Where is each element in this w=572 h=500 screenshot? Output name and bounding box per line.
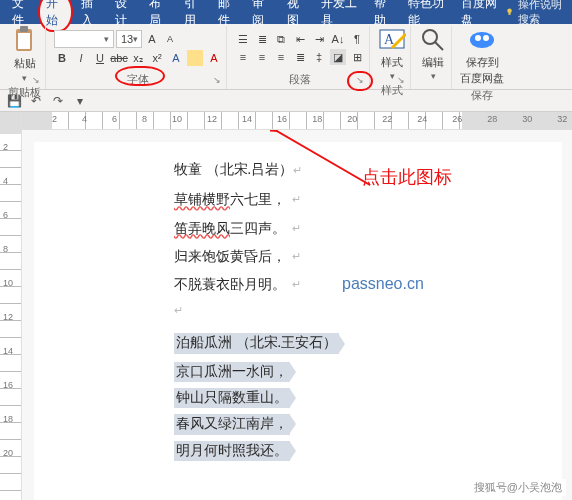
group-editing: 编辑 ▾ . (415, 26, 452, 89)
highlight-button[interactable]: ゝ (187, 50, 203, 66)
font-launcher[interactable]: ↘ (210, 73, 224, 87)
group-clipboard: 粘贴 ▾ 剪贴板 ↘ (4, 26, 46, 89)
align-left-button[interactable]: ≡ (235, 49, 251, 65)
launcher-icon: ↘ (213, 75, 221, 85)
group-styles: A 样式 ▾ 样式 ↘ (374, 26, 411, 89)
align-center-button[interactable]: ≡ (254, 49, 270, 65)
credit-label: 搜狐号@小吴泡泡 (470, 479, 566, 496)
poem1-line1: 草铺横野六七里，↵ (174, 190, 534, 210)
styles-label: 样式 (381, 55, 403, 70)
svg-rect-1 (509, 13, 511, 15)
strike-button[interactable]: abc (111, 50, 127, 66)
indent-dec-button[interactable]: ⇤ (292, 31, 308, 47)
group-label-save: 保存 (471, 86, 493, 103)
subscript-button[interactable]: x₂ (130, 50, 146, 66)
chevron-down-icon: ▾ (22, 73, 27, 83)
svg-point-0 (508, 9, 513, 14)
poem2-title: 泊船瓜洲 （北宋.王安石） (174, 333, 534, 353)
indent-inc-button[interactable]: ⇥ (311, 31, 327, 47)
text-effects-button[interactable]: A (168, 50, 184, 66)
page: 牧童 （北宋.吕岩）↵ 草铺横野六七里，↵ 笛弄晚风三四声。↵ 归来饱饭黄昏后，… (34, 142, 562, 500)
sort-button[interactable]: A↓ (330, 31, 346, 47)
clipboard-launcher[interactable]: ↘ (29, 73, 43, 87)
svg-point-9 (470, 32, 494, 48)
poem2-line3: 春风又绿江南岸， (174, 414, 534, 434)
font-name-combo[interactable]: ▾ (54, 30, 114, 48)
tell-me-search[interactable]: 操作说明搜索 (505, 0, 568, 27)
menu-bar: 文件 开始 插入 设计 布局 引用 邮件 审阅 视图 开发工具 帮助 特色功能 … (0, 0, 572, 24)
tell-me-label: 操作说明搜索 (518, 0, 568, 27)
bulb-icon (505, 6, 514, 18)
poem2-line2: 钟山只隔数重山。 (174, 388, 534, 408)
svg-rect-3 (20, 26, 28, 32)
save-to-baidu-button[interactable]: 保存到 百度网盘 (460, 26, 504, 86)
editing-button[interactable]: 编辑 ▾ (419, 26, 447, 81)
cloud-disk-icon (468, 26, 496, 54)
poem1-title: 牧童 （北宋.吕岩）↵ (174, 160, 534, 180)
justify-button[interactable]: ≣ (292, 49, 308, 65)
poem1-line4: 不脱蓑衣卧月明。↵ (174, 275, 534, 295)
paste-label: 粘贴 (14, 56, 36, 71)
borders-button[interactable]: ⊞ (349, 49, 365, 65)
poem2-line4: 明月何时照我还。 (174, 441, 534, 461)
font-size-combo[interactable]: 13▾ (116, 30, 142, 48)
launcher-icon: ↘ (32, 75, 40, 85)
svg-point-7 (423, 30, 437, 44)
workspace: 2468101214161820 24681012141618202224262… (0, 112, 572, 500)
svg-line-8 (435, 42, 443, 50)
vertical-ruler: 2468101214161820 (0, 112, 22, 500)
bullets-button[interactable]: ☰ (235, 31, 251, 47)
bold-button[interactable]: B (54, 50, 70, 66)
underline-button[interactable]: U (92, 50, 108, 66)
group-label-font: 字体 (127, 70, 149, 87)
grow-font-button[interactable]: A (144, 31, 160, 47)
svg-rect-4 (18, 33, 30, 49)
document-area[interactable]: 牧童 （北宋.吕岩）↵ 草铺横野六七里，↵ 笛弄晚风三四声。↵ 归来饱饭黄昏后，… (22, 130, 572, 500)
save-to-label: 保存到 (466, 55, 499, 70)
multilevel-button[interactable]: ⧉ (273, 31, 289, 47)
group-paragraph: ☰ ≣ ⧉ ⇤ ⇥ A↓ ¶ ≡ ≡ ≡ ≣ ‡ ◪ ⊞ (231, 26, 370, 89)
paragraph-launcher[interactable]: ↘ (353, 73, 367, 87)
chevron-down-icon: ▾ (431, 71, 436, 81)
shrink-font-button[interactable]: A (162, 31, 178, 47)
ribbon: 粘贴 ▾ 剪贴板 ↘ ▾ 13▾ A A B I U abc x₂ (0, 24, 572, 90)
group-label-paragraph: 段落 (289, 70, 311, 87)
shading-button[interactable]: ◪ (330, 49, 346, 65)
poem1-line3: 归来饱饭黄昏后，↵ (174, 247, 534, 267)
poem1-line2: 笛弄晚风三四声。↵ (174, 219, 534, 239)
show-marks-button[interactable]: ¶ (349, 31, 365, 47)
find-icon (419, 26, 447, 54)
horizontal-ruler: 246810121416182022242628303234363840 (22, 112, 572, 130)
launcher-icon: ↘ (397, 75, 405, 85)
svg-point-11 (483, 35, 489, 41)
align-right-button[interactable]: ≡ (273, 49, 289, 65)
svg-point-10 (475, 35, 481, 41)
save-baidu-label: 百度网盘 (460, 71, 504, 86)
poem2-line1: 京口瓜洲一水间， (174, 362, 534, 382)
font-color-button[interactable]: A (206, 50, 222, 66)
styles-icon: A (378, 26, 406, 54)
empty-paragraph: ↵ (174, 303, 534, 319)
numbering-button[interactable]: ≣ (254, 31, 270, 47)
superscript-button[interactable]: x² (149, 50, 165, 66)
group-font: ▾ 13▾ A A B I U abc x₂ x² A ゝ A (50, 26, 227, 89)
launcher-icon: ↘ (356, 75, 364, 85)
italic-button[interactable]: I (73, 50, 89, 66)
group-save: 保存到 百度网盘 保存 (456, 26, 508, 89)
qat-more-icon[interactable]: ▾ (72, 93, 88, 109)
styles-launcher[interactable]: ↘ (394, 73, 408, 87)
clipboard-icon (13, 26, 37, 54)
line-spacing-button[interactable]: ‡ (311, 49, 327, 65)
redo-icon[interactable]: ↷ (50, 93, 66, 109)
editing-label: 编辑 (422, 55, 444, 70)
